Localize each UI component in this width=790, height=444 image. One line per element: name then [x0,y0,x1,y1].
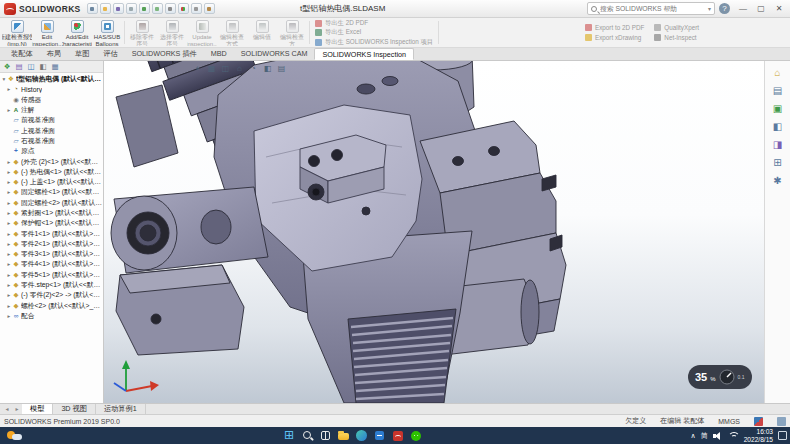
export-button[interactable]: Export to 2D PDF [585,24,644,33]
tree-item[interactable]: ▸ (-) 零件(2)<2> -> (默认<<默认... [6,290,103,300]
tree-item[interactable]: ▸ 固定螺栓<1> (默认<<默认>_显... [6,187,103,197]
quick-toolbar-icon[interactable] [191,3,202,14]
feature-manager-tab-icon[interactable]: ◫ [26,62,36,72]
ribbon-tab[interactable]: 草图 [68,48,96,60]
status-tag-icon[interactable] [754,417,763,426]
ribbon-tab[interactable]: 评估 [96,48,124,60]
tree-item[interactable]: ▸ 配合 [6,311,103,321]
quick-toolbar-icon[interactable] [139,3,150,14]
ribbon-tab[interactable]: 布局 [40,48,68,60]
task-pane-icon[interactable]: ▣ [771,102,785,116]
tree-item[interactable]: ▸ 零件4<1> (默认<<默认>_显... [6,259,103,269]
tree-item[interactable]: ▸ 固定螺栓<2> (默认<默认>_显示状 [6,198,103,208]
ribbon-button[interactable]: Update Inspection... [187,19,217,46]
view-tool-icon[interactable]: ◫ [220,63,231,74]
graphics-viewport[interactable]: ⌖ ▦ ◫ ⌂ ◔ ◧ ▤ 35 % 0.1 [104,61,764,403]
minimize-button[interactable]: — [734,0,752,17]
ribbon-button[interactable]: Add/Edit Characteristic [62,19,92,46]
taskbar-app-icon[interactable] [337,429,350,442]
tray-chevron-icon[interactable]: ∧ [691,432,696,440]
export-button[interactable]: QualityXpert [654,24,699,33]
ribbon-button[interactable]: 编辑检查 方式 [217,19,247,46]
ribbon-button[interactable]: Edit Inspection... [32,19,62,46]
ribbon-tab[interactable]: SOLIDWORKS 插件 [125,48,204,60]
export-button[interactable]: 导出生 Excel [315,28,433,37]
tree-item[interactable]: ▸ History [6,84,103,94]
split-view-icon[interactable]: ◂ [2,404,12,414]
close-button[interactable]: ✕ [770,0,788,17]
task-pane-icon[interactable]: ◨ [771,138,785,152]
tree-item[interactable]: ▸ 注解 [6,105,103,115]
chevron-down-icon[interactable]: ▾ [708,5,711,12]
feature-manager-tab-icon[interactable]: ◧ [38,62,48,72]
notification-center-icon[interactable] [778,431,787,440]
ribbon-tab[interactable]: SOLIDWORKS CAM [234,48,315,60]
quick-toolbar-icon[interactable] [100,3,111,14]
tree-item[interactable]: 右视基准面 [6,136,103,146]
quick-toolbar-icon[interactable] [165,3,176,14]
taskbar-app-icon[interactable] [409,429,422,442]
ribbon-button[interactable]: 编辑值 [247,19,277,46]
tree-root-item[interactable]: ▾ t型铝轴热电偶 (默认<默认_显示状态 [1,74,103,84]
tree-item[interactable]: 原点 [6,146,103,156]
tree-item[interactable]: ▸ (-) 热电偶<1> (默认<<默认>_显... [6,167,103,177]
tree-item[interactable]: 前视基准面 [6,115,103,125]
view-tool-icon[interactable]: ◔ [248,63,259,74]
task-pane-icon[interactable]: ◧ [771,120,785,134]
taskbar-app-icon[interactable] [355,429,368,442]
weather-widget-icon[interactable] [7,430,25,441]
ribbon-button[interactable]: 新建检查报告 (imp.N) [2,19,32,46]
split-view-icon-2[interactable]: ▸ [12,404,22,414]
network-icon[interactable] [728,431,739,440]
ribbon-tab[interactable]: SOLIDWORKS Inspection [314,48,414,60]
export-button[interactable]: Export xDrawing [585,33,644,42]
tree-item[interactable]: ▸ (-) 上盖<1> (默认<<默认>_显示状 [6,177,103,187]
feature-manager-tab-icon[interactable]: ▤ [14,62,24,72]
tree-item[interactable]: ▸ 零件.step<1> (默认<<默认>_显... [6,280,103,290]
quick-toolbar-icon[interactable] [126,3,137,14]
document-tab[interactable]: 运动算例1 [96,404,146,414]
task-pane-icon[interactable]: ✱ [771,174,785,188]
taskbar-clock[interactable]: 16:03 2022/8/15 [744,428,773,443]
tree-item[interactable]: ▸ 紧封圈<1> (默认<<默认>_显示... [6,208,103,218]
feature-manager-tab-icon[interactable]: ▦ [50,62,60,72]
ribbon-button[interactable]: 选择零件 序号 [157,19,187,46]
task-pane-icon[interactable]: ⊞ [771,156,785,170]
view-tool-icon[interactable]: ▤ [276,63,287,74]
quick-toolbar-icon[interactable] [87,3,98,14]
help-search-box[interactable]: ▾ [587,2,715,15]
maximize-button[interactable]: ▢ [752,0,770,17]
taskbar-app-icon[interactable] [283,429,296,442]
quick-toolbar-icon[interactable] [152,3,163,14]
task-pane-icon[interactable]: ▤ [771,84,785,98]
ribbon-button[interactable]: HAS/SUB Balloons [92,19,122,46]
tree-item[interactable]: ▸ (外壳 (2)<1> (默认<<默认>_显示状 [6,156,103,166]
tree-item[interactable]: 传感器 [6,95,103,105]
view-tool-icon[interactable]: ⌂ [234,63,245,74]
document-tab[interactable]: 模型 [22,404,53,414]
task-pane-icon[interactable]: ⌂ [771,66,785,80]
tree-item[interactable]: ▸ 零件1<1> (默认<<默认>_显示状... [6,228,103,238]
tree-item[interactable]: 上视基准面 [6,125,103,135]
ribbon-button[interactable]: 移除零件 序号 [127,19,157,46]
tree-item[interactable]: ▸ 螺栓<2> (默认<<默认>_显... [6,301,103,311]
quick-toolbar-icon[interactable] [204,3,215,14]
ribbon-button[interactable]: 编辑检查 方 [277,19,307,46]
view-tool-icon[interactable]: ⌖ [192,63,203,74]
taskbar-app-icon[interactable] [301,429,314,442]
export-button[interactable]: 导出生 SOLIDWORKS Inspection 项目 [315,38,433,47]
ime-indicator[interactable]: 简 [701,431,708,441]
cad-model-3d-view[interactable] [104,61,764,403]
status-units[interactable]: MMGS [718,418,740,425]
view-tool-icon[interactable]: ◧ [262,63,273,74]
ribbon-tab[interactable]: MBD [204,48,234,60]
quick-toolbar-icon[interactable] [178,3,189,14]
taskbar-app-icon[interactable] [319,429,332,442]
view-tool-icon[interactable]: ▦ [206,63,217,74]
tree-item[interactable]: ▸ 零件2<1> (默认<<默认>_显... [6,239,103,249]
feature-manager-tab-icon[interactable]: ❖ [2,62,12,72]
tree-item[interactable]: ▸ 零件5<1> (默认<<默认>_显... [6,270,103,280]
export-button[interactable]: Net-Inspect [654,33,699,42]
export-button[interactable]: 导出生 2D PDF [315,19,433,28]
search-input[interactable] [600,5,705,12]
